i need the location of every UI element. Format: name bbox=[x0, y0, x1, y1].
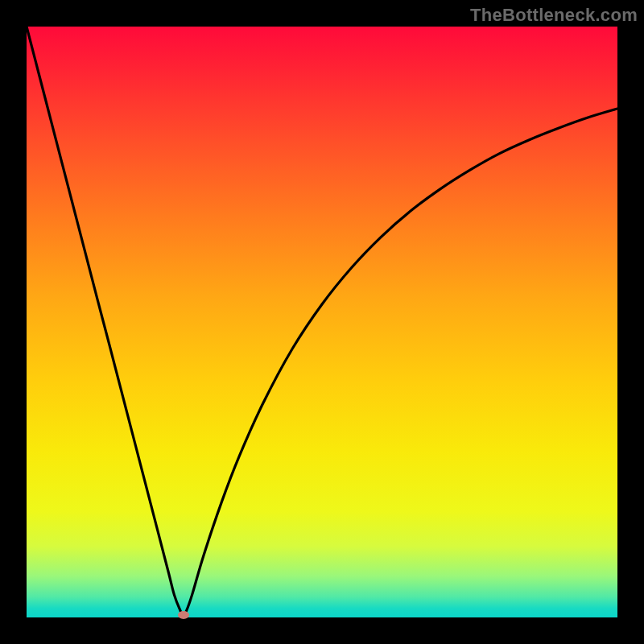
plot-area bbox=[27, 27, 617, 617]
optimum-marker bbox=[178, 611, 189, 619]
watermark-text: TheBottleneck.com bbox=[470, 5, 638, 26]
chart-frame: TheBottleneck.com bbox=[0, 0, 644, 644]
curve-layer bbox=[27, 27, 617, 617]
bottleneck-curve bbox=[27, 27, 617, 615]
